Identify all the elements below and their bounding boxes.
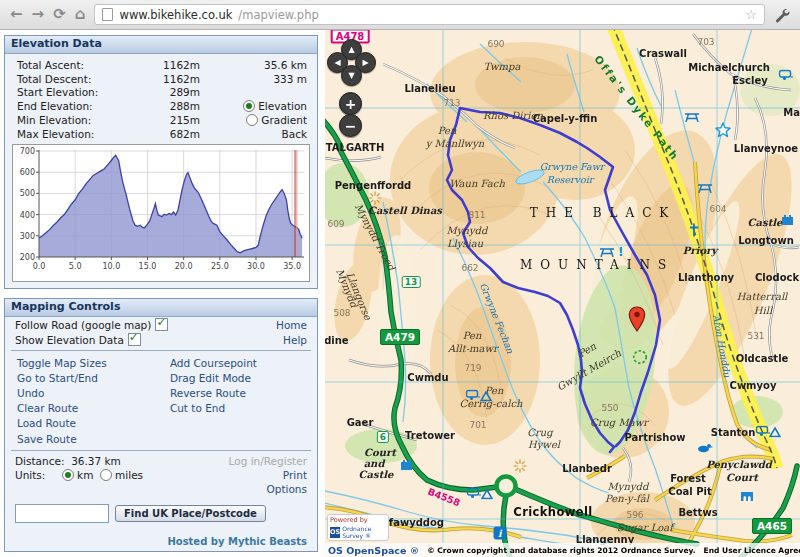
tent-icon [769,427,781,438]
link-clear-route[interactable]: Clear Route [5,401,158,416]
home-link[interactable]: Home [276,319,307,331]
map-label-allt-mawr: Allt-mawr [448,343,498,354]
picnic-icon [599,247,615,258]
map-label-531: 531 [747,331,764,341]
svg-text:15.0: 15.0 [139,262,157,271]
routedot-icon[interactable] [632,349,649,366]
roundabout-icon [492,472,520,500]
url-host: www.bikehike.co.uk [119,8,232,22]
map-label-craswall: Craswall [639,48,687,59]
map-label-partrishow: Partrishow [624,432,685,443]
zoom-in-button[interactable]: + [339,92,362,115]
start-label: Start Elevation: [17,86,120,98]
elevation-radio-label: Elevation [258,100,307,112]
map-label-604: 604 [709,204,726,214]
link-undo[interactable]: Undo [5,385,158,400]
info-icon: i [493,526,507,540]
os-openspace-link[interactable]: OS OpenSpace ® [328,545,419,556]
map-label-bettws: Bettws [678,507,717,518]
powered-by-label: Powered by [330,516,386,524]
back-link: Back [200,128,307,140]
star-icon [715,122,732,139]
link-drag-edit-mode[interactable]: Drag Edit Mode [158,370,311,385]
map-label-rhos-dirion: Rhos Dirion [483,110,543,121]
map-label-court: Court [726,472,758,483]
map-label-afon-honddu: Afon Honddu [711,314,733,378]
wrench-icon[interactable] [774,7,790,23]
map-label-811: 811 [468,210,485,220]
elevation-radio[interactable] [243,100,255,112]
map-label-crug: Crug [527,427,552,438]
os-logo-text: Ordnance Survey ® [342,525,386,539]
zoom-out-button[interactable]: − [339,114,362,137]
min-label: Min Elevation: [17,114,120,126]
ordnance-survey-logo: Powered by OS Ordnance Survey ® [327,514,389,541]
reload-icon[interactable]: ⟳ [53,7,66,22]
forward-icon[interactable]: → [32,7,45,22]
print-link[interactable]: Print [283,469,307,481]
sunburst-icon [368,191,383,206]
map-label-hatterrall: Hatterrall [737,291,788,302]
map-label-hill: Hill [754,305,772,316]
eula-link[interactable]: End User Licence Agreement [704,546,800,555]
map-label-mynydd-troed: Mynydd Troed [353,202,397,272]
min-value: 215m [120,114,200,126]
stat-row-end: End Elevation: 288m Elevation [5,99,317,113]
map-label-forest: Forest [670,473,706,484]
castle-icon [400,459,414,471]
find-place-button[interactable]: Find UK Place/Postcode [115,505,266,522]
gradient-radio[interactable] [246,114,258,126]
link-reverse-route[interactable]: Reverse Route [158,385,311,400]
map-label-llangorse: Llangorse [344,271,373,322]
options-link[interactable]: Options [266,483,307,495]
map-label-reservoir: Reservoir [547,174,593,185]
map-label-oldcastle: Oldcastle [736,353,789,364]
link-add-coursepoint[interactable]: Add Coursepoint [158,355,311,370]
map-label-703: 703 [697,37,714,47]
pan-down-button[interactable]: ▼ [341,65,362,86]
map-label-cwmdu: Cwmdu [407,372,448,383]
map-label-castle: Castle [748,217,783,228]
map-label-pen: Pen [438,125,457,136]
map-label-escley: Escley [732,75,767,86]
hosted-by-link[interactable]: Hosted by Mythic Beasts [167,536,307,547]
map-label-y-manllwyn: y Manllwyn [426,138,485,149]
svg-text:35.0: 35.0 [283,262,301,271]
login-link: Log in/Register [229,455,307,467]
km-radio[interactable] [62,469,74,481]
elevation-chart[interactable]: 2003004005006007000.05.010.015.020.025.0… [12,144,310,282]
copyright-text: © Crown copyright and database rights 20… [427,546,695,555]
miles-radio[interactable] [100,469,112,481]
help-link[interactable]: Help [283,334,307,346]
marker-icon[interactable] [628,306,647,333]
map-label-waun-fach: Waun Fach [449,178,505,189]
bookmark-star-icon[interactable]: ☆ [745,7,757,22]
link-save-route[interactable]: Save Route [5,431,158,446]
map-label-sugar-loaf: Sugar Loaf [617,522,673,533]
map-label-719: 719 [464,363,481,373]
map-label-llanveynoe: Llanveynoe [734,143,798,154]
map-label-701: 701 [469,420,486,430]
place-search-input[interactable] [15,504,109,523]
url-bar[interactable]: www.bikehike.co.uk/mapview.php ☆ [94,4,765,25]
map-label-pen: Pen [576,341,598,360]
map-label-court: Court [364,447,396,458]
link-toggle-map-sizes[interactable]: Toggle Map Sizes [5,355,158,370]
map-label-stanton: Stanton [711,427,756,438]
back-icon[interactable]: ← [10,7,23,22]
svg-text:20.0: 20.0 [175,262,193,271]
link-cut-to-end[interactable]: Cut to End [158,401,311,416]
svg-text:400: 400 [20,211,35,220]
link-go-to-start-end[interactable]: Go to Start/End [5,370,158,385]
home-icon[interactable]: ⌂ [75,7,86,22]
map-label-capel-y-ffin: Capel-y-ffin [533,113,598,124]
map-label-llysiau: Llysiau [447,238,483,249]
link-load-route[interactable]: Load Route [5,416,158,431]
show-elevation-checkbox[interactable] [128,333,141,346]
map-label-596: 596 [626,510,643,520]
end-value: 288m [120,100,200,112]
map-label-hywel: Hywel [528,439,560,450]
map-label-690: 690 [487,39,504,49]
follow-road-checkbox[interactable] [155,318,168,331]
map-canvas[interactable]: TALGARTHLlanelieuPengenfforddCapel-y-ffi… [325,30,800,557]
